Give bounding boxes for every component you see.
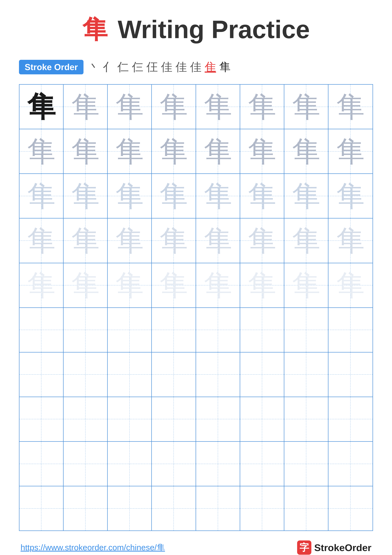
grid-cell-8-2[interactable] bbox=[108, 442, 152, 486]
grid-cell-5-3[interactable] bbox=[152, 308, 196, 352]
grid-cell-1-7[interactable]: 隼 bbox=[328, 129, 372, 173]
grid-cell-0-7[interactable]: 隼 bbox=[328, 85, 372, 129]
grid-cell-9-6[interactable] bbox=[284, 486, 328, 531]
grid-cell-7-0[interactable] bbox=[20, 397, 64, 441]
grid-cell-0-1[interactable]: 隼 bbox=[64, 85, 108, 129]
char-medium: 隼 bbox=[27, 137, 56, 166]
grid-cell-1-1[interactable]: 隼 bbox=[64, 129, 108, 173]
grid-cell-4-6[interactable]: 隼 bbox=[284, 263, 328, 307]
grid-cell-8-3[interactable] bbox=[152, 442, 196, 486]
char-medium: 隼 bbox=[159, 137, 188, 166]
grid-cell-6-6[interactable] bbox=[284, 352, 328, 397]
grid-cell-2-7[interactable]: 隼 bbox=[328, 174, 372, 218]
grid-cell-1-5[interactable]: 隼 bbox=[240, 129, 284, 173]
grid-cell-8-7[interactable] bbox=[328, 442, 372, 486]
grid-cell-3-0[interactable]: 隼 bbox=[20, 219, 64, 263]
grid-cell-9-4[interactable] bbox=[196, 486, 240, 531]
grid-cell-7-3[interactable] bbox=[152, 397, 196, 441]
grid-cell-6-0[interactable] bbox=[20, 352, 64, 397]
char-vlight: 隼 bbox=[27, 271, 56, 299]
grid-cell-6-2[interactable] bbox=[108, 352, 152, 397]
grid-cell-8-4[interactable] bbox=[196, 442, 240, 486]
grid-cell-3-5[interactable]: 隼 bbox=[240, 219, 284, 263]
grid-cell-5-5[interactable] bbox=[240, 308, 284, 352]
grid-cell-4-2[interactable]: 隼 bbox=[108, 263, 152, 307]
grid-cell-6-7[interactable] bbox=[328, 352, 372, 397]
stroke-order-row: Stroke Order 丶 亻 仁 仨 仼 佳 佳 佳 隹 隼 bbox=[19, 59, 373, 75]
grid-cell-1-4[interactable]: 隼 bbox=[196, 129, 240, 173]
grid-cell-5-1[interactable] bbox=[64, 308, 108, 352]
grid-cell-0-4[interactable]: 隼 bbox=[196, 85, 240, 129]
grid-cell-2-5[interactable]: 隼 bbox=[240, 174, 284, 218]
grid-cell-0-5[interactable]: 隼 bbox=[240, 85, 284, 129]
grid-cell-6-3[interactable] bbox=[152, 352, 196, 397]
grid-cell-7-2[interactable] bbox=[108, 397, 152, 441]
grid-cell-5-6[interactable] bbox=[284, 308, 328, 352]
char-medium: 隼 bbox=[159, 93, 188, 121]
char-light: 隼 bbox=[159, 226, 188, 255]
grid-cell-8-0[interactable] bbox=[20, 442, 64, 486]
grid-cell-2-2[interactable]: 隼 bbox=[108, 174, 152, 218]
char-medium: 隼 bbox=[336, 93, 365, 121]
grid-cell-9-0[interactable] bbox=[20, 486, 64, 531]
grid-cell-5-4[interactable] bbox=[196, 308, 240, 352]
grid-cell-6-5[interactable] bbox=[240, 352, 284, 397]
grid-cell-0-2[interactable]: 隼 bbox=[108, 85, 152, 129]
char-vlight: 隼 bbox=[292, 271, 320, 299]
char-light: 隼 bbox=[248, 226, 276, 255]
page-container: 隼 Writing Practice Stroke Order 丶 亻 仁 仨 … bbox=[0, 0, 392, 555]
grid-cell-7-6[interactable] bbox=[284, 397, 328, 441]
grid-cell-7-7[interactable] bbox=[328, 397, 372, 441]
grid-cell-9-1[interactable] bbox=[64, 486, 108, 531]
grid-cell-7-4[interactable] bbox=[196, 397, 240, 441]
stroke-2: 亻 bbox=[103, 59, 114, 75]
grid-cell-2-6[interactable]: 隼 bbox=[284, 174, 328, 218]
grid-cell-0-6[interactable]: 隼 bbox=[284, 85, 328, 129]
grid-cell-9-7[interactable] bbox=[328, 486, 372, 531]
grid-cell-7-5[interactable] bbox=[240, 397, 284, 441]
grid-cell-4-1[interactable]: 隼 bbox=[64, 263, 108, 307]
grid-cell-9-3[interactable] bbox=[152, 486, 196, 531]
grid-cell-0-0[interactable]: 隼 bbox=[20, 85, 64, 129]
grid-cell-5-7[interactable] bbox=[328, 308, 372, 352]
stroke-7: 佳 bbox=[176, 59, 187, 75]
grid-cell-1-6[interactable]: 隼 bbox=[284, 129, 328, 173]
grid-cell-2-4[interactable]: 隼 bbox=[196, 174, 240, 218]
grid-cell-8-6[interactable] bbox=[284, 442, 328, 486]
char-vlight: 隼 bbox=[336, 271, 365, 299]
grid-cell-3-4[interactable]: 隼 bbox=[196, 219, 240, 263]
grid-cell-3-7[interactable]: 隼 bbox=[328, 219, 372, 263]
grid-cell-8-5[interactable] bbox=[240, 442, 284, 486]
grid-cell-8-1[interactable] bbox=[64, 442, 108, 486]
footer-url[interactable]: https://www.strokeorder.com/chinese/隼 bbox=[21, 542, 165, 553]
grid-cell-6-1[interactable] bbox=[64, 352, 108, 397]
grid-cell-9-5[interactable] bbox=[240, 486, 284, 531]
grid-cell-3-6[interactable]: 隼 bbox=[284, 219, 328, 263]
grid-cell-3-2[interactable]: 隼 bbox=[108, 219, 152, 263]
grid-cell-4-7[interactable]: 隼 bbox=[328, 263, 372, 307]
grid-cell-2-3[interactable]: 隼 bbox=[152, 174, 196, 218]
grid-cell-4-5[interactable]: 隼 bbox=[240, 263, 284, 307]
char-vlight: 隼 bbox=[71, 271, 100, 299]
grid-cell-1-3[interactable]: 隼 bbox=[152, 129, 196, 173]
grid-cell-5-2[interactable] bbox=[108, 308, 152, 352]
char-medium-light: 隼 bbox=[71, 182, 100, 210]
grid-cell-9-2[interactable] bbox=[108, 486, 152, 531]
grid-cell-4-3[interactable]: 隼 bbox=[152, 263, 196, 307]
char-vlight: 隼 bbox=[204, 271, 232, 299]
grid-cell-4-4[interactable]: 隼 bbox=[196, 263, 240, 307]
grid-row-6 bbox=[20, 352, 372, 397]
grid-cell-6-4[interactable] bbox=[196, 352, 240, 397]
grid-cell-2-1[interactable]: 隼 bbox=[64, 174, 108, 218]
grid-cell-1-2[interactable]: 隼 bbox=[108, 129, 152, 173]
char-light: 隼 bbox=[204, 226, 232, 255]
grid-cell-7-1[interactable] bbox=[64, 397, 108, 441]
grid-cell-0-3[interactable]: 隼 bbox=[152, 85, 196, 129]
grid-cell-2-0[interactable]: 隼 bbox=[20, 174, 64, 218]
grid-cell-4-0[interactable]: 隼 bbox=[20, 263, 64, 307]
char-medium-light: 隼 bbox=[204, 182, 232, 210]
grid-cell-3-1[interactable]: 隼 bbox=[64, 219, 108, 263]
grid-cell-3-3[interactable]: 隼 bbox=[152, 219, 196, 263]
grid-cell-5-0[interactable] bbox=[20, 308, 64, 352]
grid-cell-1-0[interactable]: 隼 bbox=[20, 129, 64, 173]
